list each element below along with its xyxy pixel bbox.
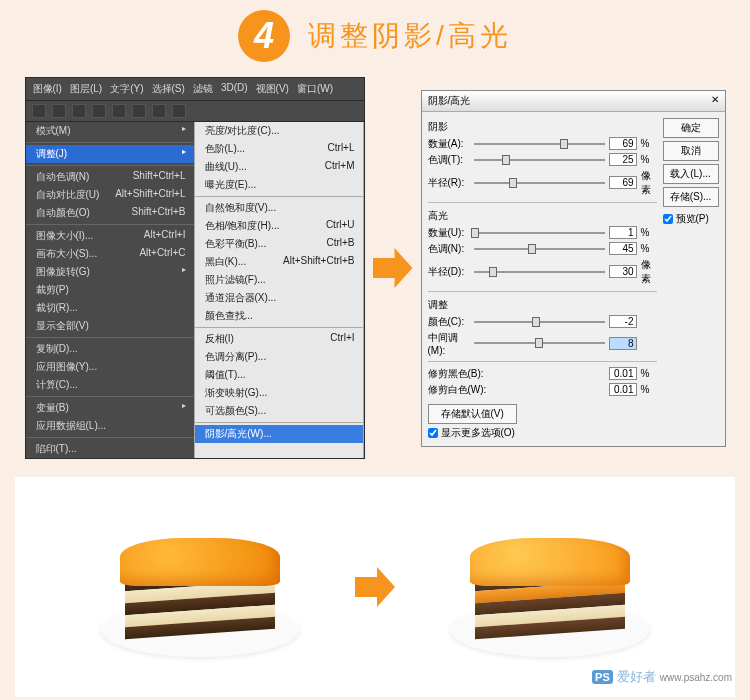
menubar-item[interactable]: 滤镜 — [190, 80, 216, 98]
preview-label: 预览(P) — [676, 212, 709, 226]
menu-item[interactable]: 自然饱和度(V)... — [195, 199, 363, 217]
slider-track[interactable] — [474, 271, 605, 273]
save-default-button[interactable]: 存储默认值(V) — [428, 404, 517, 424]
slider-value[interactable]: 69 — [609, 176, 637, 189]
slider-row: 半径(D):30像素 — [428, 257, 657, 287]
menu-item[interactable]: 色相/饱和度(H)...Ctrl+U — [195, 217, 363, 235]
menu-item[interactable]: 曲线(U)...Ctrl+M — [195, 158, 363, 176]
menu-item[interactable]: 照片滤镜(F)... — [195, 271, 363, 289]
show-more-checkbox[interactable] — [428, 428, 438, 438]
menu-item[interactable]: 模式(M) — [26, 122, 194, 140]
clip-value[interactable]: 0.01 — [609, 367, 637, 380]
slider-track[interactable] — [474, 232, 605, 234]
menubar-item[interactable]: 文字(Y) — [107, 80, 146, 98]
preview-checkbox[interactable] — [663, 214, 673, 224]
menu-item[interactable]: 反相(I)Ctrl+I — [195, 330, 363, 348]
clip-unit: % — [641, 368, 657, 379]
slider-track[interactable] — [474, 321, 605, 323]
slider-unit: % — [641, 138, 657, 149]
menubar-item[interactable]: 选择(S) — [149, 80, 188, 98]
dialog-title-text: 阴影/高光 — [428, 94, 471, 108]
comparison-panel — [15, 477, 735, 697]
menu-item[interactable]: 色彩平衡(B)...Ctrl+B — [195, 235, 363, 253]
clip-unit: % — [641, 384, 657, 395]
clip-value[interactable]: 0.01 — [609, 383, 637, 396]
menu-item[interactable]: 应用图像(Y)... — [26, 358, 194, 376]
menu-item[interactable]: 自动色调(N)Shift+Ctrl+L — [26, 168, 194, 186]
slider-value[interactable]: 45 — [609, 242, 637, 255]
menu-item[interactable]: 通道混合器(X)... — [195, 289, 363, 307]
menu-item[interactable]: 色调分离(P)... — [195, 348, 363, 366]
menu-item[interactable]: 变量(B) — [26, 399, 194, 417]
dialog-button[interactable]: 存储(S)... — [663, 187, 719, 207]
menu-item[interactable]: 复制(D)... — [26, 340, 194, 358]
page-title: 调整阴影/高光 — [308, 17, 512, 55]
slider-label: 数量(U): — [428, 226, 470, 240]
slider-track[interactable] — [474, 342, 605, 344]
slider-track[interactable] — [474, 182, 605, 184]
menu-item[interactable]: 图像大小(I)...Alt+Ctrl+I — [26, 227, 194, 245]
menu-item[interactable]: 可选颜色(S)... — [195, 402, 363, 420]
slider-unit: % — [641, 243, 657, 254]
slider-unit: 像素 — [641, 258, 657, 286]
menu-item[interactable]: 曝光度(E)... — [195, 176, 363, 194]
menu-item[interactable]: 应用数据组(L)... — [26, 417, 194, 435]
menu-item[interactable]: 色阶(L)...Ctrl+L — [195, 140, 363, 158]
slider-value[interactable]: -2 — [609, 315, 637, 328]
slider-label: 半径(R): — [428, 176, 470, 190]
menu-column-2[interactable]: 亮度/对比度(C)...色阶(L)...Ctrl+L曲线(U)...Ctrl+M… — [195, 122, 364, 458]
clip-row: 修剪黑色(B):0.01% — [428, 366, 657, 382]
menu-item[interactable]: 渐变映射(G)... — [195, 384, 363, 402]
slider-unit: 像素 — [641, 169, 657, 197]
slider-row: 数量(U):1% — [428, 225, 657, 241]
menu-item[interactable]: 陷印(T)... — [26, 440, 194, 458]
show-more-label: 显示更多选项(O) — [441, 426, 515, 440]
slider-value[interactable]: 25 — [609, 153, 637, 166]
watermark-url: www.psahz.com — [660, 672, 732, 683]
slider-row: 色调(N):45% — [428, 241, 657, 257]
slider-value[interactable]: 30 — [609, 265, 637, 278]
menubar[interactable]: 图像(I)图层(L)文字(Y)选择(S)滤镜3D(D)视图(V)窗口(W) — [26, 78, 364, 101]
menubar-item[interactable]: 3D(D) — [218, 80, 251, 98]
slider-value[interactable]: 1 — [609, 226, 637, 239]
slider-unit: % — [641, 227, 657, 238]
group-label: 调整 — [428, 296, 657, 314]
menu-item[interactable]: 阈值(T)... — [195, 366, 363, 384]
menubar-item[interactable]: 视图(V) — [253, 80, 292, 98]
menu-item[interactable]: 阴影/高光(W)... — [195, 425, 363, 443]
dialog-button[interactable]: 确定 — [663, 118, 719, 138]
slider-row: 色调(T):25% — [428, 152, 657, 168]
slider-row: 数量(A):69% — [428, 136, 657, 152]
watermark-name: 爱好者 — [617, 668, 656, 686]
menubar-item[interactable]: 窗口(W) — [294, 80, 336, 98]
menu-item[interactable]: 黑白(K)...Alt+Shift+Ctrl+B — [195, 253, 363, 271]
menu-item[interactable]: 调整(J) — [26, 145, 194, 163]
slider-label: 中间调(M): — [428, 331, 470, 356]
watermark: PS 爱好者 www.psahz.com — [592, 668, 732, 686]
slider-label: 颜色(C): — [428, 315, 470, 329]
menu-item[interactable]: 自动颜色(O)Shift+Ctrl+B — [26, 204, 194, 222]
slider-track[interactable] — [474, 159, 605, 161]
close-icon[interactable]: ✕ — [711, 94, 719, 108]
menu-item[interactable]: 颜色查找... — [195, 307, 363, 325]
menu-column-1[interactable]: 模式(M)调整(J)自动色调(N)Shift+Ctrl+L自动对比度(U)Alt… — [26, 122, 195, 458]
menu-item[interactable]: 图像旋转(G) — [26, 263, 194, 281]
dialog-button[interactable]: 取消 — [663, 141, 719, 161]
menu-item[interactable]: 画布大小(S)...Alt+Ctrl+C — [26, 245, 194, 263]
menu-item[interactable]: 自动对比度(U)Alt+Shift+Ctrl+L — [26, 186, 194, 204]
menu-item[interactable]: 亮度/对比度(C)... — [195, 122, 363, 140]
slider-value[interactable]: 69 — [609, 137, 637, 150]
arrow-icon — [373, 248, 413, 288]
dialog-button[interactable]: 载入(L)... — [663, 164, 719, 184]
menu-item[interactable]: 裁切(R)... — [26, 299, 194, 317]
menubar-item[interactable]: 图层(L) — [67, 80, 105, 98]
slider-track[interactable] — [474, 143, 605, 145]
menu-item[interactable]: 计算(C)... — [26, 376, 194, 394]
slider-track[interactable] — [474, 248, 605, 250]
clip-label: 修剪黑色(B): — [428, 367, 496, 381]
menu-item[interactable]: 显示全部(V) — [26, 317, 194, 335]
menu-item[interactable]: 裁剪(P) — [26, 281, 194, 299]
menubar-item[interactable]: 图像(I) — [30, 80, 65, 98]
slider-value[interactable]: 8 — [609, 337, 637, 350]
slider-label: 半径(D): — [428, 265, 470, 279]
